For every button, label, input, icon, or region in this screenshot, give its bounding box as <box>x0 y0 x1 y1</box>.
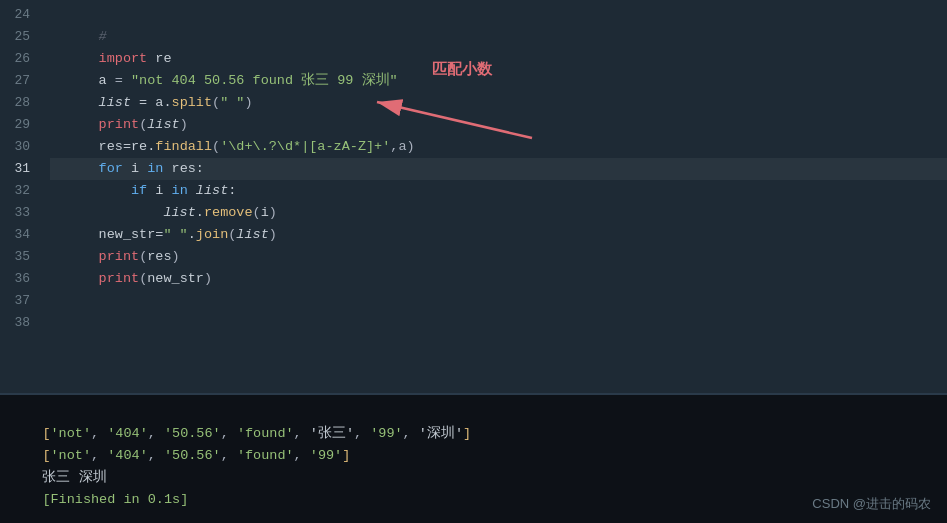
code-line-26: a = "not 404 50.56 found 张三 99 深圳" <box>50 48 947 70</box>
line-num-32: 32 <box>0 180 42 202</box>
code-line-37 <box>50 290 947 312</box>
kw-import: import <box>99 51 148 66</box>
line-num-24: 24 <box>0 4 42 26</box>
code-line-24: # <box>50 4 947 26</box>
terminal-line-1: ['not', '404', '50.56', 'found', '张三', '… <box>10 401 937 423</box>
line-num-26: 26 <box>0 48 42 70</box>
comment-24: # <box>99 29 107 44</box>
line-num-37: 37 <box>0 290 42 312</box>
line-num-36: 36 <box>0 268 42 290</box>
code-line-38 <box>50 312 947 334</box>
line-numbers: 24 25 26 27 28 29 30 31 32 33 34 35 36 3… <box>0 0 42 393</box>
code-line-25: import re <box>50 26 947 48</box>
line-num-29: 29 <box>0 114 42 136</box>
csdn-watermark: CSDN @进击的码农 <box>812 495 931 513</box>
terminal-line-4: [Finished in 0.1s] <box>10 467 937 489</box>
code-content: # import re a = "not 404 50.56 found 张三 … <box>42 0 947 393</box>
line-num-27: 27 <box>0 70 42 92</box>
terminal-area: ['not', '404', '50.56', 'found', '张三', '… <box>0 393 947 523</box>
line-num-33: 33 <box>0 202 42 224</box>
line-num-35: 35 <box>0 246 42 268</box>
line-num-28: 28 <box>0 92 42 114</box>
line-num-30: 30 <box>0 136 42 158</box>
line-num-31: 31 <box>0 158 42 180</box>
editor-area: 24 25 26 27 28 29 30 31 32 33 34 35 36 3… <box>0 0 947 393</box>
line-num-38: 38 <box>0 312 42 334</box>
line-num-25: 25 <box>0 26 42 48</box>
output-zh: 张三 深圳 <box>42 470 106 485</box>
code-line-35: print(new_str) <box>50 246 947 268</box>
line-num-34: 34 <box>0 224 42 246</box>
str-26: "not 404 50.56 found 张三 99 深圳" <box>131 73 398 88</box>
finished-text: [Finished in 0.1s] <box>42 492 188 507</box>
